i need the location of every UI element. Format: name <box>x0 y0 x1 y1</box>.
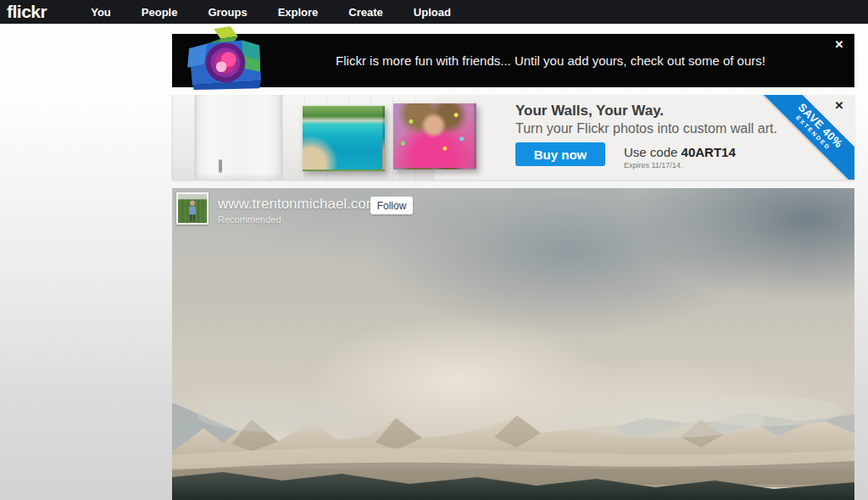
flickr-logo[interactable]: flickr <box>7 1 47 23</box>
promo-code-prefix: Use code <box>624 145 682 159</box>
nav-item-you[interactable]: You <box>91 6 111 19</box>
mountain-range-photo-region <box>172 369 854 500</box>
feed-username-link[interactable]: www.trentonmichael.com <box>218 196 378 213</box>
nav-item-upload[interactable]: Upload <box>414 6 451 19</box>
door-image <box>195 95 282 180</box>
friends-banner-message: Flickr is more fun with friends... Until… <box>272 34 829 87</box>
recommended-label: Recommended <box>218 214 281 225</box>
ad-headline: Your Walls, Your Way. <box>515 103 664 119</box>
wall-art-ad-banner: Your Walls, Your Way. Turn your Flickr p… <box>172 95 854 180</box>
top-nav: flickr You People Groups Explore Create … <box>0 0 868 24</box>
nav-item-create[interactable]: Create <box>348 6 382 19</box>
promo-code-text: Use code 40ART14 <box>624 145 736 159</box>
promo-expiry-text: Expires 11/17/14. <box>624 161 682 169</box>
avatar[interactable] <box>176 192 209 225</box>
follow-button[interactable]: Follow <box>370 197 413 214</box>
nav-item-groups[interactable]: Groups <box>208 6 247 19</box>
promo-code-value: 40ART14 <box>682 145 736 159</box>
ad-subheadline: Turn your Flickr photos into custom wall… <box>515 121 777 136</box>
friends-promo-banner: Flickr is more fun with friends... Until… <box>172 34 854 87</box>
girl-glitter-canvas-print-image <box>393 103 476 169</box>
flickr-page: flickr You People Groups Explore Create … <box>0 0 868 500</box>
close-icon[interactable]: ✕ <box>832 98 847 114</box>
nav-item-people[interactable]: People <box>142 6 178 19</box>
buy-now-button[interactable]: Buy now <box>515 142 605 166</box>
feed-photo-card[interactable]: www.trentonmichael.com Follow Recommende… <box>172 188 854 500</box>
close-icon[interactable]: ✕ <box>832 37 847 53</box>
door-handle <box>219 159 222 172</box>
tropical-canvas-print-image <box>303 106 385 171</box>
camera-icon <box>182 26 265 92</box>
nav-items: You People Groups Explore Create Upload <box>91 6 451 19</box>
nav-item-explore[interactable]: Explore <box>278 6 319 19</box>
